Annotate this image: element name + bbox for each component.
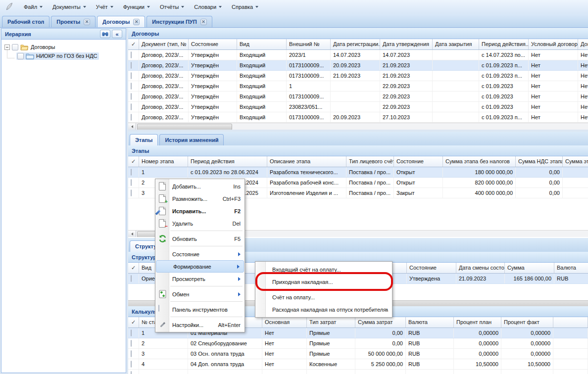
search-icon[interactable] bbox=[100, 30, 110, 38]
stages-column-header[interactable]: Период действия bbox=[188, 156, 267, 167]
calc-column-header[interactable]: Основная bbox=[262, 317, 307, 327]
collapse-panel-button[interactable]: « bbox=[112, 30, 122, 38]
tab-Рабочий стол[interactable]: Рабочий стол bbox=[2, 16, 49, 27]
tab-close-icon[interactable]: ✕ bbox=[133, 19, 140, 25]
tab-История изменений[interactable]: История изменений bbox=[159, 134, 224, 145]
menubar-item-6[interactable]: Справка bbox=[227, 1, 263, 12]
structure-column-header[interactable]: ✓ bbox=[128, 263, 139, 273]
calc-column-header[interactable]: Сумма затрат bbox=[355, 317, 406, 327]
tab-close-icon[interactable]: ✕ bbox=[200, 19, 207, 25]
contracts-column-header[interactable]: ✓ bbox=[128, 39, 139, 49]
row-checkbox[interactable] bbox=[131, 371, 132, 374]
context-menu-item-9[interactable]: Просмотреть bbox=[155, 273, 245, 285]
calc-column-header[interactable]: ✓ bbox=[128, 317, 139, 327]
row-checkbox[interactable] bbox=[131, 189, 132, 196]
calc-row[interactable]: 202 СпецоборудованиеНетПрямые0,00RUB0,00… bbox=[128, 338, 588, 349]
scrollbar-thumb[interactable] bbox=[137, 124, 232, 130]
submenu-item-3[interactable]: Счёт на оплату... bbox=[255, 291, 392, 303]
calc-row[interactable] bbox=[128, 370, 588, 374]
structure-column-header[interactable]: Сумма bbox=[505, 263, 554, 273]
context-menu-item-8[interactable]: Формирование bbox=[156, 260, 244, 273]
contracts-row[interactable]: Договор, 2023/...УтверждёнВходящий017310… bbox=[128, 60, 588, 71]
row-checkbox[interactable] bbox=[131, 51, 132, 58]
row-checkbox[interactable] bbox=[131, 169, 132, 176]
structure-column-header[interactable]: Валюта bbox=[554, 263, 588, 273]
calc-row[interactable]: 404 Доп. оплата трудаНетКосвенные5 250 0… bbox=[128, 359, 588, 370]
structure-column-header[interactable]: Дата смены состоя bbox=[456, 263, 505, 273]
contracts-column-header[interactable]: Дого... bbox=[578, 39, 588, 49]
row-checkbox[interactable] bbox=[131, 329, 132, 336]
row-checkbox[interactable] bbox=[131, 340, 132, 347]
context-menu-item-0[interactable]: Добавить...Ins bbox=[155, 180, 245, 192]
contracts-column-header[interactable]: Дата утверждения bbox=[380, 39, 433, 49]
submenu-item-prihodnaya-nakladnaya[interactable]: Приходная накладная... bbox=[255, 276, 392, 288]
stages-column-header[interactable]: Сумма этапа без налогов bbox=[443, 156, 516, 167]
calc-column-header[interactable]: Процент факт bbox=[501, 317, 553, 327]
row-checkbox[interactable] bbox=[131, 275, 132, 282]
tab-Договоры[interactable]: Договоры✕ bbox=[97, 16, 145, 27]
contracts-column-header[interactable]: Условный договор bbox=[529, 39, 578, 49]
contracts-column-header[interactable]: Внешний № bbox=[287, 39, 331, 49]
tab-Проекты[interactable]: Проекты✕ bbox=[51, 16, 96, 27]
calc-row[interactable]: 303 Осн. оплата трудаНетПрямые50 000 000… bbox=[128, 349, 588, 359]
contracts-row[interactable]: Договор, 2023/...УтверждёнВходящий2023/1… bbox=[128, 50, 588, 60]
tree-node-root[interactable]: Договоры bbox=[3, 43, 126, 51]
row-checkbox[interactable] bbox=[131, 103, 132, 110]
context-menu-item-11[interactable]: Обмен bbox=[155, 288, 245, 300]
row-checkbox[interactable] bbox=[131, 93, 132, 100]
row-checkbox[interactable] bbox=[131, 361, 132, 368]
contracts-column-header[interactable]: Состояние bbox=[189, 39, 237, 49]
contracts-row[interactable]: Договор, 2023/...УтверждёнВходящий017310… bbox=[128, 112, 588, 123]
contracts-column-header[interactable]: Вид bbox=[237, 39, 287, 49]
submenu-item-0[interactable]: Входящий счёт на оплату... bbox=[255, 263, 392, 276]
calc-column-header[interactable]: Тип затрат bbox=[307, 317, 355, 327]
scroll-left-icon[interactable] bbox=[128, 231, 136, 237]
menubar-item-3[interactable]: Функции bbox=[118, 1, 155, 12]
tree-node-selected[interactable]: НИОКР по ГОЗ без НДС bbox=[16, 52, 99, 60]
stages-column-header[interactable]: ✓ bbox=[128, 156, 139, 167]
stages-row[interactable]: 1с 01.09.2023 по 28.06.2024Разработка те… bbox=[128, 167, 588, 178]
row-checkbox[interactable] bbox=[131, 350, 132, 357]
collapse-minus-icon[interactable] bbox=[4, 45, 10, 50]
contracts-row[interactable]: Договор, 2023/...УтверждёнВходящий230823… bbox=[128, 102, 588, 112]
stages-column-header[interactable]: Сумма эт... bbox=[563, 156, 588, 167]
scroll-left-icon[interactable] bbox=[128, 123, 136, 130]
tree-node-child[interactable]: НИОКР по ГОЗ без НДС bbox=[3, 51, 126, 60]
context-menu-item-7[interactable]: Состояние bbox=[155, 248, 245, 260]
stages-column-header[interactable]: Тип лицевого счёт bbox=[346, 156, 394, 167]
calc-column-header[interactable]: Валюта bbox=[406, 317, 454, 327]
contracts-row[interactable]: Договор, 2023/...УтверждёнВходящий017310… bbox=[128, 71, 588, 81]
contracts-hscrollbar[interactable] bbox=[128, 123, 588, 130]
contracts-row[interactable]: Договор, 2023/...УтверждёнВходящий122.09… bbox=[128, 81, 588, 92]
row-checkbox[interactable] bbox=[131, 83, 132, 90]
tree-node-checkbox[interactable] bbox=[17, 53, 24, 59]
stages-column-header[interactable]: Состояние bbox=[394, 156, 443, 167]
context-menu-item-2[interactable]: Исправить...F2 bbox=[155, 205, 245, 217]
contracts-column-header[interactable]: Период действия.. bbox=[479, 39, 529, 49]
stages-column-header[interactable]: Описание этапа bbox=[267, 156, 346, 167]
calc-column-header[interactable]: Процент план bbox=[454, 317, 501, 327]
row-checkbox[interactable] bbox=[131, 179, 132, 186]
contracts-column-header[interactable]: Документ (тип, № bbox=[139, 39, 189, 49]
context-menu-item-13[interactable]: Панель инструментов bbox=[155, 303, 245, 316]
menubar-item-1[interactable]: Документы bbox=[48, 1, 91, 12]
tab-close-icon[interactable]: ✕ bbox=[84, 19, 90, 25]
contracts-column-header[interactable]: Дата регистрации. bbox=[331, 39, 380, 49]
stages-column-header[interactable]: Номер этапа bbox=[139, 156, 188, 167]
calc-column-header[interactable] bbox=[553, 317, 588, 327]
stages-column-header[interactable]: Сумма НДС этапа bbox=[516, 156, 563, 167]
tab-Инструкции ПУП[interactable]: Инструкции ПУП✕ bbox=[147, 16, 212, 27]
row-checkbox[interactable] bbox=[131, 72, 132, 79]
contracts-row[interactable]: Договор, 2023/...УтверждёнВходящий017310… bbox=[128, 92, 588, 102]
menubar-item-5[interactable]: Словари bbox=[189, 1, 227, 12]
submenu-item-4[interactable]: Расходная накладная на отпуск потребител… bbox=[255, 303, 392, 316]
structure-column-header[interactable]: Состояние bbox=[407, 263, 456, 273]
contracts-column-header[interactable]: Дата закрытия bbox=[433, 39, 479, 49]
menubar-item-2[interactable]: Учёт bbox=[91, 1, 118, 12]
context-menu-item-1[interactable]: +Размножить...Ctrl+F3 bbox=[155, 192, 245, 205]
tab-Этапы[interactable]: Этапы bbox=[130, 134, 158, 145]
context-menu-item-15[interactable]: Настройки...Alt+Enter bbox=[155, 319, 245, 331]
row-checkbox[interactable] bbox=[131, 114, 132, 121]
row-checkbox[interactable] bbox=[131, 62, 132, 69]
menubar-item-4[interactable]: Отчёты bbox=[155, 1, 189, 12]
